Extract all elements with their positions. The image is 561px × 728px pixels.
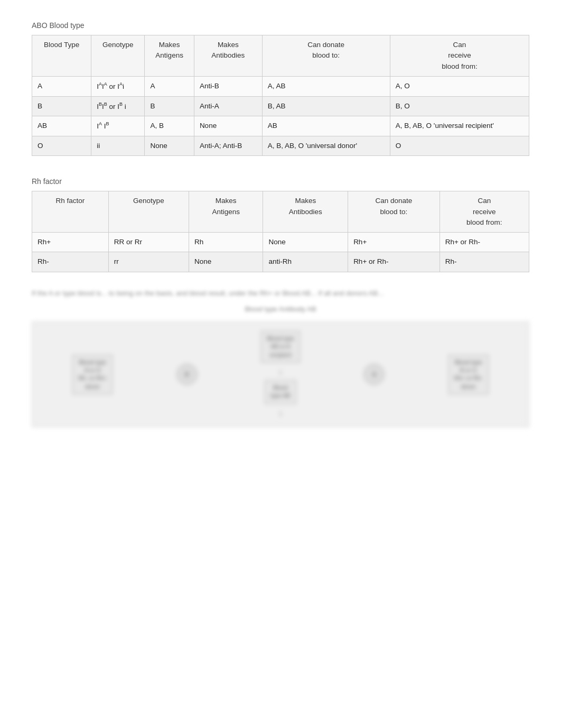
diagram-box-3: Bloodtype AB: [265, 380, 296, 404]
abo-cell-type-1: B: [32, 96, 91, 116]
rh-cell-genotype-0: RR or Rr: [108, 233, 189, 252]
abo-cell-genotype-0: IAIA or IAi: [91, 76, 145, 96]
abo-row-3: O ii None Anti-A; Anti-B A, B, AB, O 'un…: [32, 136, 529, 156]
abo-cell-receive-1: B, O: [390, 96, 529, 116]
abo-title: ABO Blood type: [32, 21, 529, 30]
blurred-section: If the A or type blood is... to being on…: [32, 288, 529, 428]
rh-col-blood-type: Rh factor: [32, 191, 109, 233]
diagram-col-2: B: [176, 364, 198, 385]
diagram-col-1: Blood typeA or ORh- or Rh+donor: [72, 355, 113, 395]
blurred-text-1: If the A or type blood is... to being on…: [32, 288, 529, 299]
abo-header-row: Blood Type Genotype MakesAntigens MakesA…: [32, 35, 529, 77]
abo-cell-genotype-1: IBIB or IB i: [91, 96, 145, 116]
rh-col-genotype: Genotype: [108, 191, 189, 233]
abo-row-0: A IAIA or IAi A Anti-B A, AB A, O: [32, 76, 529, 96]
rh-cell-donate-1: Rh+ or Rh-: [348, 252, 440, 272]
abo-cell-receive-2: A, B, AB, O 'universal recipient': [390, 116, 529, 136]
abo-cell-genotype-2: IA IB: [91, 116, 145, 136]
diagram-box-1: Blood typeA or ORh- or Rh+donor: [72, 355, 113, 395]
rh-cell-type-1: Rh-: [32, 252, 109, 272]
abo-cell-antibodies-3: Anti-A; Anti-B: [194, 136, 262, 156]
abo-cell-receive-3: O: [390, 136, 529, 156]
abo-cell-donate-2: AB: [262, 116, 390, 136]
abo-table: Blood Type Genotype MakesAntigens MakesA…: [32, 35, 529, 156]
rh-cell-antibodies-0: None: [263, 233, 348, 252]
col-receive: Canreceiveblood from:: [390, 35, 529, 77]
rh-row-0: Rh+ RR or Rr Rh None Rh+ Rh+ or Rh-: [32, 233, 529, 252]
rh-cell-antigens-1: None: [189, 252, 263, 272]
col-blood-type: Blood Type: [32, 35, 91, 77]
rh-row-1: Rh- rr None anti-Rh Rh+ or Rh- Rh-: [32, 252, 529, 272]
diagram-col-5: Blood typeB or ORh+ or Rh-donor: [448, 355, 489, 395]
rh-cell-genotype-1: rr: [108, 252, 189, 272]
abo-cell-genotype-3: ii: [91, 136, 145, 156]
diagram-box-4: Blood typeB or ORh+ or Rh-donor: [448, 355, 489, 395]
abo-cell-antigens-0: A: [145, 76, 194, 96]
col-antigens: MakesAntigens: [145, 35, 194, 77]
abo-cell-donate-1: B, AB: [262, 96, 390, 116]
abo-section: ABO Blood type Blood Type Genotype Makes…: [32, 21, 529, 156]
col-donate: Can donateblood to:: [262, 35, 390, 77]
diagram-arrow-1: ↓: [278, 366, 283, 377]
col-antibodies: MakesAntibodies: [194, 35, 262, 77]
rh-section: Rh factor Rh factor Genotype MakesAntige…: [32, 177, 529, 272]
rh-title: Rh factor: [32, 177, 529, 186]
rh-col-receive: Canreceiveblood from:: [440, 191, 529, 233]
abo-cell-antigens-2: A, B: [145, 116, 194, 136]
abo-cell-donate-0: A, AB: [262, 76, 390, 96]
rh-cell-receive-1: Rh-: [440, 252, 529, 272]
diagram-col-4: A: [363, 364, 385, 385]
diagram-arrow-2: ↓: [278, 407, 283, 418]
abo-cell-antigens-3: None: [145, 136, 194, 156]
abo-cell-antibodies-1: Anti-A: [194, 96, 262, 116]
diagram-circle-2: A: [363, 364, 385, 385]
rh-cell-antigens-0: Rh: [189, 233, 263, 252]
rh-cell-antibodies-1: anti-Rh: [263, 252, 348, 272]
diagram-col-3: Blood typeAB or Arecipient ↓ Bloodtype A…: [261, 331, 300, 418]
rh-col-antigens: MakesAntigens: [189, 191, 263, 233]
blurred-diagram: Blood typeA or ORh- or Rh+donor B Blood …: [32, 321, 529, 427]
abo-cell-antigens-1: B: [145, 96, 194, 116]
rh-table: Rh factor Genotype MakesAntigens MakesAn…: [32, 191, 529, 272]
abo-cell-antibodies-2: None: [194, 116, 262, 136]
rh-cell-donate-0: Rh+: [348, 233, 440, 252]
rh-cell-type-0: Rh+: [32, 233, 109, 252]
col-genotype: Genotype: [91, 35, 145, 77]
abo-cell-type-2: AB: [32, 116, 91, 136]
diagram-circle-1: B: [176, 364, 198, 385]
rh-cell-receive-0: Rh+ or Rh-: [440, 233, 529, 252]
blurred-subtitle: Blood type Antibody AB: [32, 305, 529, 313]
abo-row-1: B IBIB or IB i B Anti-A B, AB B, O: [32, 96, 529, 116]
rh-col-antibodies: MakesAntibodies: [263, 191, 348, 233]
diagram-box-2: Blood typeAB or Arecipient: [261, 331, 300, 363]
abo-cell-donate-3: A, B, AB, O 'universal donor': [262, 136, 390, 156]
abo-cell-receive-0: A, O: [390, 76, 529, 96]
abo-cell-antibodies-0: Anti-B: [194, 76, 262, 96]
abo-row-2: AB IA IB A, B None AB A, B, AB, O 'unive…: [32, 116, 529, 136]
abo-cell-type-3: O: [32, 136, 91, 156]
rh-header-row: Rh factor Genotype MakesAntigens MakesAn…: [32, 191, 529, 233]
abo-cell-type-0: A: [32, 76, 91, 96]
rh-col-donate: Can donateblood to:: [348, 191, 440, 233]
